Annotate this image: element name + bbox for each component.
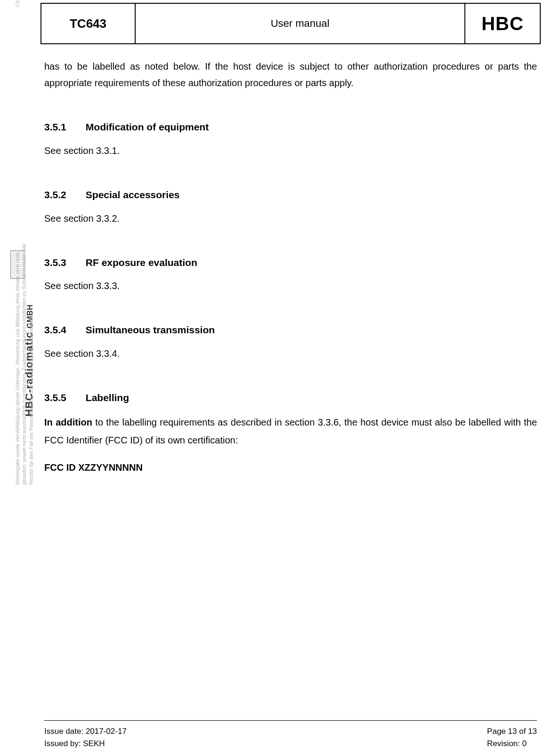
sidebar-copyright-de: Weitergabe sowie Vervielfältigung dieser… <box>14 240 34 485</box>
section-body: See section 3.3.1. <box>44 143 537 159</box>
section-heading: 3.5.3 RF exposure evaluation <box>44 254 537 272</box>
footer-issue-date: 2017-02-17 <box>86 727 127 736</box>
section-3-5-1: 3.5.1 Modification of equipment See sect… <box>44 119 537 159</box>
section-number: 3.5.5 <box>44 389 83 407</box>
section-title: Special accessories <box>86 189 180 200</box>
footer-page-of: of <box>517 727 528 736</box>
footer-page-label: Page <box>487 727 508 736</box>
header-table: TC643 User manual HBC <box>41 3 541 44</box>
section-body: See section 3.3.2. <box>44 210 537 227</box>
section-3-5-2: 3.5.2 Special accessories See section 3.… <box>44 186 537 227</box>
sidebar-copyright-de-text: Weitergabe sowie Vervielfältigung dieser… <box>15 243 34 485</box>
section-heading: 3.5.2 Special accessories <box>44 186 537 204</box>
section-number: 3.5.1 <box>44 119 83 136</box>
sidebar-copyright-en-text: Copying of this document, and giving it … <box>15 0 20 7</box>
section-number: 3.5.3 <box>44 254 83 272</box>
page-content-area: TC643 User manual HBC has to be labelled… <box>41 0 541 756</box>
fcc-id: FCC ID XZZYYNNNNN <box>44 459 537 476</box>
footer-revision-row: Revision: 0 <box>487 738 537 750</box>
header-brand: HBC <box>465 3 540 44</box>
section-heading: 3.5.5 Labelling <box>44 389 537 407</box>
labelling-body-rest: to the labelling requirements as describ… <box>44 417 537 445</box>
page-footer: Issue date: 2017-02-17 Issued by: SEKH P… <box>44 720 537 749</box>
section-title: RF exposure evaluation <box>86 257 197 268</box>
footer-issue-date-row: Issue date: 2017-02-17 <box>44 725 127 738</box>
section-title: Simultaneous transmission <box>86 324 215 335</box>
footer-issued-by-label: Issued by: <box>44 739 83 748</box>
intro-paragraph: has to be labelled as noted below. If th… <box>44 58 537 91</box>
labelling-body: In addition to the labelling requirement… <box>44 413 537 449</box>
footer-revision-label: Revision: <box>487 739 522 748</box>
footer-issued-by: SEKH <box>83 739 105 748</box>
section-heading: 3.5.4 Simultaneous transmission <box>44 322 537 339</box>
section-number: 3.5.2 <box>44 186 83 204</box>
footer-page-current: 13 <box>508 727 517 736</box>
footer-revision: 0 <box>522 739 527 748</box>
section-3-5-4: 3.5.4 Simultaneous transmission See sect… <box>44 322 537 362</box>
sidebar-copyright-en: Copying of this document, and giving it … <box>14 0 31 7</box>
section-3-5-5: 3.5.5 Labelling In addition to the label… <box>44 389 537 476</box>
section-body: See section 3.3.3. <box>44 278 537 294</box>
footer-issue-date-label: Issue date: <box>44 727 86 736</box>
footer-page-row: Page 13 of 13 <box>487 725 537 738</box>
section-body: See section 3.3.4. <box>44 346 537 362</box>
section-title: Labelling <box>86 392 129 403</box>
section-number: 3.5.4 <box>44 322 83 339</box>
header-title: User manual <box>135 3 465 44</box>
body-content: has to be labelled as noted below. If th… <box>41 44 541 476</box>
labelling-lead-bold: In addition <box>44 417 92 427</box>
header-doc-code: TC643 <box>41 3 135 44</box>
footer-right: Page 13 of 13 Revision: 0 <box>487 725 537 749</box>
footer-page-total: 13 <box>528 727 537 736</box>
section-heading: 3.5.1 Modification of equipment <box>44 119 537 136</box>
footer-left: Issue date: 2017-02-17 Issued by: SEKH <box>44 725 127 749</box>
footer-issued-by-row: Issued by: SEKH <box>44 738 127 750</box>
section-3-5-3: 3.5.3 RF exposure evaluation See section… <box>44 254 537 295</box>
section-title: Modification of equipment <box>86 121 209 132</box>
